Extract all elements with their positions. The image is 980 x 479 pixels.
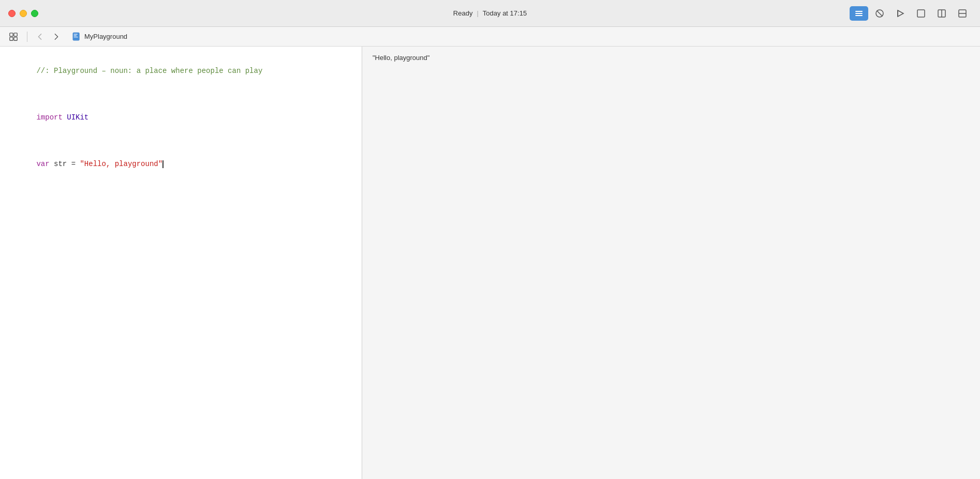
comment-text: //: Playground – noun: a place where peo…: [36, 67, 262, 75]
svg-rect-0: [855, 11, 863, 12]
var-name: str: [50, 160, 67, 168]
nav-bar: MyPlayground: [0, 27, 980, 47]
split-horizontal-button[interactable]: [932, 6, 951, 21]
playground-file-icon: [72, 32, 81, 41]
file-tab[interactable]: MyPlayground: [67, 30, 132, 43]
svg-line-4: [877, 10, 883, 16]
nav-back-button[interactable]: [34, 31, 46, 43]
text-cursor: [162, 160, 164, 168]
window-title: Ready | Today at 17:15: [453, 9, 527, 17]
code-line-5: var str = "Hello, playground": [10, 146, 351, 181]
code-line-2: [10, 88, 351, 100]
nav-divider: [27, 32, 27, 42]
nav-forward-button[interactable]: [50, 31, 63, 43]
operator: =: [67, 160, 80, 168]
code-line-1: //: Playground – noun: a place where peo…: [10, 54, 351, 88]
svg-rect-17: [74, 35, 77, 36]
svg-rect-1: [855, 13, 863, 14]
code-line-4: [10, 135, 351, 146]
code-editor-pane[interactable]: //: Playground – noun: a place where peo…: [0, 47, 362, 479]
traffic-lights: [8, 10, 38, 17]
minimize-button[interactable]: [20, 10, 27, 17]
result-output: "Hello, playground": [373, 54, 970, 62]
svg-rect-16: [74, 34, 78, 34]
title-bar: Ready | Today at 17:15: [0, 0, 980, 27]
svg-rect-18: [74, 37, 78, 37]
import-module: UIKit: [63, 113, 88, 122]
navigator-toggle-button[interactable]: [6, 29, 21, 44]
close-button[interactable]: [8, 10, 16, 17]
toolbar-right: [850, 6, 972, 21]
run-button[interactable]: [891, 6, 910, 21]
keyword-import: import: [36, 113, 62, 122]
file-tab-label: MyPlayground: [84, 33, 127, 40]
string-value: "Hello, playground": [80, 160, 162, 168]
svg-rect-14: [14, 37, 17, 40]
format-lines-button[interactable]: [850, 6, 868, 21]
status-text: Ready: [453, 9, 473, 17]
split-vertical-button[interactable]: [953, 6, 972, 21]
svg-rect-2: [855, 15, 863, 16]
keyword-var: var: [36, 160, 49, 168]
code-line-3: import UIKit: [10, 100, 351, 135]
svg-rect-11: [10, 33, 13, 36]
stop-button[interactable]: [870, 6, 889, 21]
svg-rect-12: [14, 33, 17, 36]
svg-rect-6: [917, 10, 925, 17]
main-content: //: Playground – noun: a place where peo…: [0, 47, 980, 479]
maximize-button[interactable]: [31, 10, 38, 17]
results-pane: "Hello, playground": [362, 47, 980, 479]
title-separator: |: [477, 9, 478, 17]
svg-rect-15: [73, 32, 80, 40]
timestamp-text: Today at 17:15: [483, 9, 527, 17]
svg-rect-13: [10, 37, 13, 40]
editor-only-button[interactable]: [912, 6, 930, 21]
